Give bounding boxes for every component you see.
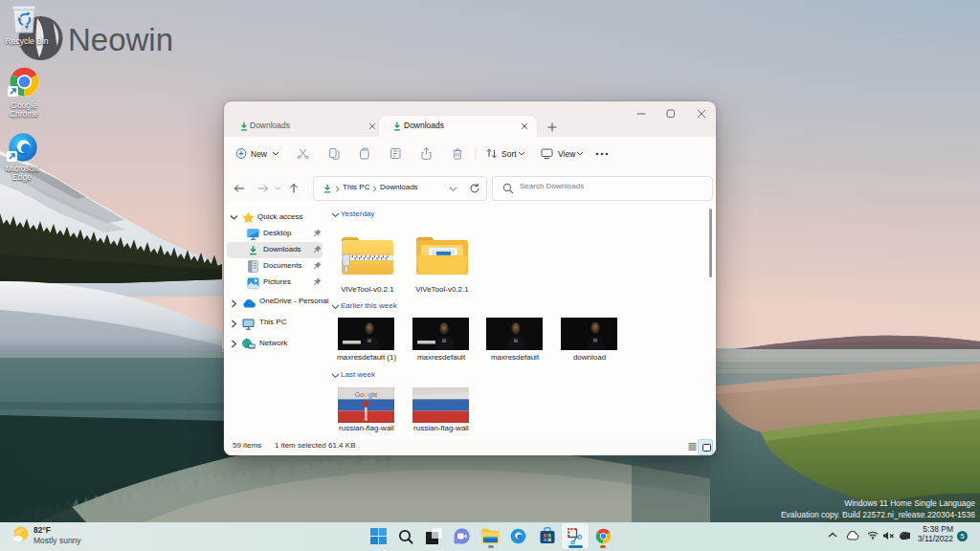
svg-text:Neowin: Neowin: [68, 22, 173, 57]
svg-text:Sort: Sort: [501, 149, 517, 159]
svg-text:View: View: [558, 149, 576, 159]
svg-text:New: New: [251, 149, 268, 159]
svg-text:Google: Google: [354, 390, 377, 399]
